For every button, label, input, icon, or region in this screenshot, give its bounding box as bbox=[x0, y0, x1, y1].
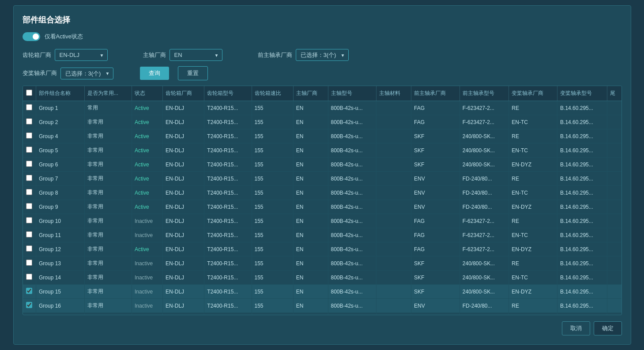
spindle-vendor-select[interactable]: EN bbox=[169, 49, 222, 61]
front-bearing-vendor-select[interactable]: 已选择：3(个) bbox=[296, 49, 349, 61]
row-name: Group 6 bbox=[36, 158, 85, 172]
row-ratio: 155 bbox=[252, 313, 293, 316]
table-row: Group 8 非常用 Active EN-DLJ T2400-R15... 1… bbox=[23, 186, 621, 200]
row-status: Active bbox=[132, 242, 162, 256]
gearbox-vendor-select[interactable]: EN-DLJ bbox=[55, 49, 108, 61]
row-status: Active bbox=[132, 101, 162, 115]
row-checkbox[interactable] bbox=[26, 104, 32, 110]
row-checkbox[interactable] bbox=[26, 260, 32, 266]
data-table: 部件组合名称 是否为常用... 状态 齿轮箱厂商 齿轮箱型号 齿轮箱速比 主轴厂… bbox=[23, 86, 621, 315]
row-checkbox[interactable] bbox=[26, 132, 32, 139]
row-checkbox[interactable] bbox=[26, 245, 32, 252]
header-common: 是否为常用... bbox=[84, 86, 132, 101]
reset-button[interactable]: 重置 bbox=[178, 66, 208, 80]
table-row: Group 17 非常用 Inactive EN-DLJ T2400-R15..… bbox=[23, 313, 621, 316]
header-tail: 尾 bbox=[607, 86, 621, 101]
row-checkbox[interactable] bbox=[26, 118, 32, 124]
row-vb-model: B.14.60.295... bbox=[557, 115, 607, 129]
query-button[interactable]: 查询 bbox=[140, 67, 169, 80]
row-name: Group 1 bbox=[36, 101, 85, 115]
row-ratio: 155 bbox=[252, 228, 293, 242]
row-vb-vendor: EN-DYZ bbox=[509, 200, 557, 214]
row-checkbox[interactable] bbox=[26, 203, 32, 209]
row-spindle-mat bbox=[377, 200, 411, 214]
row-spindle-vendor: EN bbox=[293, 214, 328, 228]
row-checkbox-cell bbox=[23, 143, 36, 158]
table-row: Group 5 非常用 Active EN-DLJ T2400-R15... 1… bbox=[23, 143, 621, 158]
row-status: Inactive bbox=[132, 285, 162, 299]
row-checkbox[interactable] bbox=[26, 302, 32, 308]
row-spindle-vendor: EN bbox=[293, 228, 328, 242]
row-checkbox-cell bbox=[23, 256, 36, 271]
row-name: Group 17 bbox=[36, 313, 85, 316]
row-spindle-mat bbox=[377, 115, 411, 129]
row-checkbox[interactable] bbox=[26, 217, 32, 223]
row-vb-model: B.14.60.295... bbox=[557, 214, 607, 228]
row-common: 非常用 bbox=[84, 200, 132, 214]
row-vb-vendor: EN-TC bbox=[509, 143, 557, 158]
row-checkbox[interactable] bbox=[26, 161, 32, 167]
row-ratio: 155 bbox=[252, 143, 293, 158]
row-name: Group 11 bbox=[36, 228, 85, 242]
cancel-button[interactable]: 取消 bbox=[562, 321, 590, 335]
row-status: Active bbox=[132, 172, 162, 186]
row-spindle-mat bbox=[377, 285, 411, 299]
row-vb-model: B.14.60.295... bbox=[557, 228, 607, 242]
row-spindle-mat bbox=[377, 101, 411, 115]
row-checkbox[interactable] bbox=[26, 288, 32, 294]
row-vb-vendor: EN-TC bbox=[509, 186, 557, 200]
header-vb-model: 变桨轴承型号 bbox=[557, 86, 607, 101]
row-fb-vendor: ENV bbox=[411, 313, 460, 316]
row-common: 非常用 bbox=[84, 299, 132, 313]
row-checkbox[interactable] bbox=[26, 147, 32, 153]
row-spindle-mat bbox=[377, 256, 411, 271]
confirm-button[interactable]: 确定 bbox=[594, 321, 622, 335]
table-row: Group 7 非常用 Active EN-DLJ T2400-R15... 1… bbox=[23, 172, 621, 186]
row-checkbox[interactable] bbox=[26, 189, 32, 195]
row-spindle-vendor: EN bbox=[293, 256, 328, 271]
row-ratio: 155 bbox=[252, 271, 293, 285]
spindle-vendor-select-wrapper: EN bbox=[169, 49, 222, 61]
row-vb-vendor: RE bbox=[509, 299, 557, 313]
row-checkbox[interactable] bbox=[26, 274, 32, 280]
row-gb-model: T2400-R15... bbox=[204, 299, 252, 313]
active-only-toggle[interactable] bbox=[23, 32, 40, 41]
header-checkbox-cell bbox=[23, 86, 36, 101]
row-name: Group 13 bbox=[36, 256, 85, 271]
row-name: Group 5 bbox=[36, 143, 85, 158]
row-spindle-model: 800B-42s-u... bbox=[328, 129, 377, 143]
row-ratio: 155 bbox=[252, 200, 293, 214]
row-ratio: 155 bbox=[252, 158, 293, 172]
row-checkbox[interactable] bbox=[26, 231, 32, 237]
row-fb-model: F-623427-2... bbox=[459, 242, 509, 256]
variant-bearing-vendor-select[interactable]: 已选择：3(个) bbox=[60, 68, 113, 79]
row-spindle-model: 800B-42s-u... bbox=[328, 214, 377, 228]
row-name: Group 15 bbox=[36, 285, 85, 299]
row-gb-vendor: EN-DLJ bbox=[163, 158, 204, 172]
row-ratio: 155 bbox=[252, 242, 293, 256]
row-spindle-model: 800B-42s-u... bbox=[328, 186, 377, 200]
row-gb-vendor: EN-DLJ bbox=[163, 313, 204, 316]
row-fb-vendor: SKF bbox=[411, 285, 460, 299]
row-checkbox[interactable] bbox=[26, 175, 32, 181]
variant-bearing-vendor-filter: 变桨轴承厂商 已选择：3(个) bbox=[23, 68, 113, 79]
row-gb-vendor: EN-DLJ bbox=[163, 285, 204, 299]
row-checkbox-cell bbox=[23, 158, 36, 172]
header-status: 状态 bbox=[132, 86, 162, 101]
row-fb-model: F-623427-2... bbox=[459, 101, 509, 115]
row-spindle-model: 800B-42s-u... bbox=[328, 313, 377, 316]
row-fb-model: FD-240/80... bbox=[459, 186, 509, 200]
row-checkbox-cell bbox=[23, 200, 36, 214]
row-common: 非常用 bbox=[84, 158, 132, 172]
row-tail bbox=[607, 115, 621, 129]
row-spindle-model: 800B-42s-u... bbox=[328, 242, 377, 256]
table-body: Group 1 常用 Active EN-DLJ T2400-R15... 15… bbox=[23, 101, 621, 316]
header-vb-vendor: 变桨轴承厂商 bbox=[509, 86, 557, 101]
row-fb-model: FD-240/80... bbox=[459, 200, 509, 214]
header-gb-vendor: 齿轮箱厂商 bbox=[163, 86, 204, 101]
select-all-checkbox[interactable] bbox=[26, 90, 32, 96]
row-spindle-model: 800B-42s-u... bbox=[328, 101, 377, 115]
row-spindle-mat bbox=[377, 129, 411, 143]
row-ratio: 155 bbox=[252, 186, 293, 200]
header-ratio: 齿轮箱速比 bbox=[252, 86, 293, 101]
